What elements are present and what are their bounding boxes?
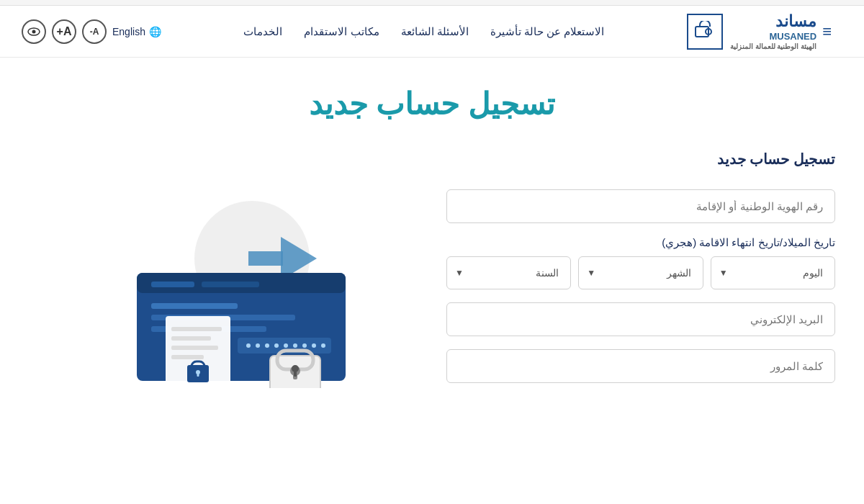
logo-subtitle: الهيئة الوطنية للعمالة المنزلية — [730, 42, 816, 51]
registration-illustration — [94, 172, 353, 388]
svg-point-21 — [302, 343, 307, 348]
svg-point-23 — [321, 343, 325, 348]
page-content: تسجيل حساب جديد تسجيل حساب جديد تاريخ ال… — [0, 58, 864, 410]
svg-point-17 — [265, 343, 269, 348]
month-select[interactable]: الشهر — [578, 256, 703, 289]
month-select-wrap: الشهر ▼ — [578, 256, 703, 289]
day-select[interactable]: اليوم — [711, 256, 835, 289]
logo-icon — [687, 14, 723, 50]
email-input[interactable] — [446, 302, 835, 336]
svg-rect-38 — [197, 372, 199, 377]
id-input[interactable] — [446, 189, 835, 223]
svg-rect-34 — [171, 355, 204, 359]
svg-point-19 — [284, 343, 288, 348]
content-layout: تسجيل حساب جديد تاريخ الميلاد/تاريخ انته… — [29, 150, 835, 396]
accessibility-button[interactable] — [22, 19, 46, 44]
svg-rect-31 — [171, 327, 222, 331]
year-select-wrap: السنة ▼ — [446, 256, 571, 289]
language-label: English — [112, 26, 145, 37]
svg-rect-10 — [202, 282, 259, 287]
day-select-wrap: اليوم ▼ — [711, 256, 835, 289]
svg-point-3 — [32, 30, 36, 33]
navbar: ≡ مساند MUSANED الهيئة الوطنية للعمالة ا… — [0, 6, 864, 58]
svg-point-15 — [246, 343, 251, 348]
svg-point-18 — [274, 343, 279, 348]
password-field-group — [446, 349, 835, 383]
logo-text: مساند MUSANED الهيئة الوطنية للعمالة الم… — [730, 12, 816, 51]
svg-rect-6 — [248, 251, 283, 266]
hamburger-menu[interactable]: ≡ — [822, 22, 832, 41]
nav-services[interactable]: الخدمات — [243, 25, 282, 38]
nav-visa-inquiry[interactable]: الاستعلام عن حالة تأشيرة — [490, 25, 605, 38]
svg-rect-33 — [171, 346, 218, 350]
navbar-right: ≡ مساند MUSANED الهيئة الوطنية للعمالة ا… — [687, 12, 842, 51]
svg-rect-11 — [151, 303, 238, 309]
logo-area: مساند MUSANED الهيئة الوطنية للعمالة الم… — [687, 12, 816, 51]
nav-recruitment[interactable]: مكاتب الاستقدام — [304, 25, 379, 38]
email-field-group — [446, 302, 835, 336]
globe-icon: 🌐 — [149, 26, 161, 37]
date-label: تاريخ الميلاد/تاريخ انتهاء الاقامة (هجري… — [446, 236, 835, 249]
year-select[interactable]: السنة — [446, 256, 571, 289]
language-switcher[interactable]: 🌐 English — [112, 26, 161, 37]
date-field-group: تاريخ الميلاد/تاريخ انتهاء الاقامة (هجري… — [446, 236, 835, 289]
top-bar — [0, 0, 864, 6]
logo-english: MUSANED — [730, 31, 816, 42]
date-selects: اليوم ▼ الشهر ▼ السنة ▼ — [446, 256, 835, 289]
svg-rect-9 — [151, 282, 194, 287]
password-input[interactable] — [446, 349, 835, 383]
form-section: تسجيل حساب جديد تاريخ الميلاد/تاريخ انته… — [446, 150, 835, 396]
svg-rect-0 — [696, 27, 708, 37]
svg-rect-32 — [171, 336, 211, 341]
nav-links: الاستعلام عن حالة تأشيرة الأسئلة الشائعة… — [161, 25, 687, 38]
svg-point-22 — [312, 343, 316, 348]
font-decrease-button[interactable]: A- — [82, 19, 107, 44]
page-title: تسجيل حساب جديد — [29, 86, 835, 122]
logo-arabic: مساند — [775, 12, 816, 30]
nav-faq[interactable]: الأسئلة الشائعة — [401, 25, 469, 38]
svg-rect-29 — [294, 369, 297, 377]
lang-controls: 🌐 English A- A+ — [22, 19, 161, 44]
font-increase-button[interactable]: A+ — [52, 19, 76, 44]
svg-point-20 — [293, 343, 297, 348]
id-field-group — [446, 189, 835, 223]
section-subtitle: تسجيل حساب جديد — [446, 150, 835, 168]
illustration-section — [29, 150, 418, 388]
svg-point-16 — [256, 343, 260, 348]
